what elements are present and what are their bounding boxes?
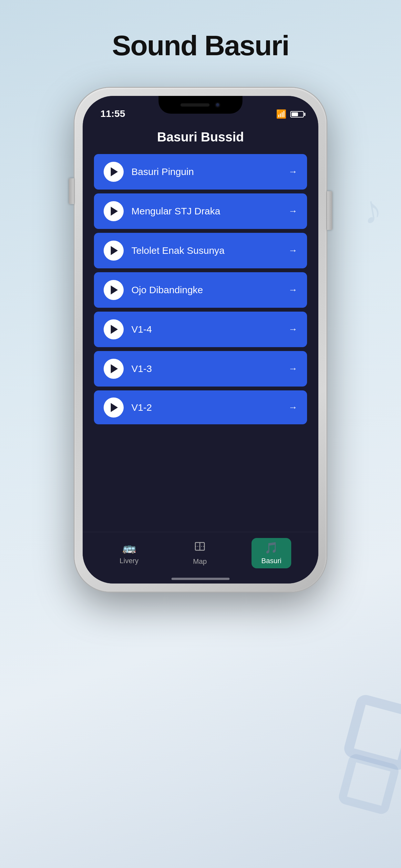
sound-item-4[interactable]: Ojo Dibandingke →: [94, 272, 307, 308]
nav-item-livery[interactable]: 🚌 Livery: [110, 538, 148, 568]
sound-name-5: V1-4: [131, 324, 288, 335]
livery-label: Livery: [120, 557, 138, 565]
play-button-6[interactable]: [104, 359, 124, 379]
status-bar: 11:55 📶: [83, 96, 318, 122]
sound-name-4: Ojo Dibandingke: [131, 284, 288, 296]
notch: [158, 96, 243, 114]
arrow-7: →: [288, 402, 297, 413]
sound-name-1: Basuri Pinguin: [131, 166, 288, 177]
sound-item-3[interactable]: Telolet Enak Susunya →: [94, 233, 307, 268]
home-bar: [172, 578, 229, 580]
home-indicator: [83, 574, 318, 584]
arrow-1: →: [288, 166, 297, 177]
play-icon-6: [111, 364, 118, 373]
page-title: Sound Basuri: [112, 29, 289, 62]
sound-item-1[interactable]: Basuri Pinguin →: [94, 154, 307, 190]
play-icon-4: [111, 285, 118, 294]
play-icon-5: [111, 325, 118, 334]
status-icons: 📶: [276, 109, 304, 119]
status-time: 11:55: [100, 108, 125, 119]
battery-fill: [291, 113, 298, 116]
notch-speaker: [181, 103, 210, 106]
play-button-7[interactable]: [104, 398, 124, 417]
livery-icon: 🚌: [122, 541, 136, 554]
phone-frame: 11:55 📶 Basuri Bussid Basuri Pinguin →: [74, 88, 327, 592]
play-icon-2: [111, 207, 118, 216]
notch-camera: [215, 102, 220, 108]
play-button-1[interactable]: [104, 162, 124, 182]
arrow-2: →: [288, 206, 297, 216]
phone-screen: 11:55 📶 Basuri Bussid Basuri Pinguin →: [83, 96, 318, 584]
arrow-5: →: [288, 324, 297, 335]
battery-icon: [290, 111, 304, 118]
content-area: Basuri Pinguin → Mengular STJ Draka → Te…: [83, 151, 318, 532]
nav-item-basuri[interactable]: 🎵 Basuri: [251, 538, 291, 568]
arrow-4: →: [288, 285, 297, 295]
sound-name-2: Mengular STJ Draka: [131, 206, 288, 217]
sound-item-5[interactable]: V1-4 →: [94, 312, 307, 347]
play-button-3[interactable]: [104, 241, 124, 260]
sound-name-7: V1-2: [131, 402, 288, 413]
arrow-3: →: [288, 245, 297, 256]
play-button-2[interactable]: [104, 201, 124, 221]
sound-name-3: Telolet Enak Susunya: [131, 245, 288, 256]
app-title: Basuri Bussid: [157, 130, 244, 144]
play-button-5[interactable]: [104, 319, 124, 339]
sound-name-6: V1-3: [131, 363, 288, 374]
map-icon: [194, 540, 206, 555]
sound-item-2[interactable]: Mengular STJ Draka →: [94, 193, 307, 229]
bottom-nav: 🚌 Livery Map 🎵 Basuri: [83, 532, 318, 574]
nav-item-map[interactable]: Map: [183, 537, 217, 569]
map-label: Map: [193, 557, 207, 566]
sound-item-6[interactable]: V1-3 →: [94, 351, 307, 386]
bg-music-note: ♪: [359, 186, 385, 233]
play-button-4[interactable]: [104, 280, 124, 300]
app-header: Basuri Bussid: [83, 122, 318, 151]
basuri-label: Basuri: [261, 557, 281, 565]
play-icon-3: [111, 246, 118, 255]
sound-item-7[interactable]: V1-2 →: [94, 391, 307, 424]
wifi-icon: 📶: [276, 109, 286, 119]
arrow-6: →: [288, 364, 297, 374]
play-icon-1: [111, 167, 118, 176]
play-icon-7: [111, 403, 118, 412]
basuri-icon: 🎵: [265, 541, 278, 554]
